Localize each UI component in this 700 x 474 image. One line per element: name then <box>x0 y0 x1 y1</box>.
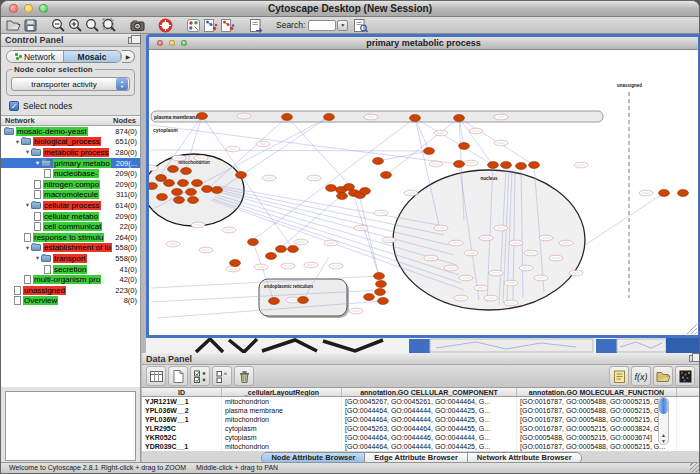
gene-node[interactable] <box>516 163 527 170</box>
gene-node[interactable] <box>276 246 287 253</box>
gene-label-node[interactable] <box>569 270 583 276</box>
layout-blue-icon[interactable] <box>202 18 219 33</box>
gene-node[interactable] <box>266 253 277 260</box>
disclosure-triangle-icon[interactable]: ▼ <box>24 245 31 251</box>
gene-label-node[interactable] <box>504 280 518 286</box>
gene-node[interactable] <box>236 172 247 179</box>
tree-row[interactable]: response to stimulu264(0) <box>1 232 140 243</box>
tree-row[interactable]: ▼biological_process651(0) <box>1 137 140 148</box>
search-input[interactable] <box>308 20 336 31</box>
minimize-button[interactable] <box>24 4 33 13</box>
open-session-icon[interactable] <box>5 18 22 33</box>
tree-row[interactable]: ▼metabolic process280(0) <box>1 147 140 158</box>
tree-row[interactable]: secretion41(0) <box>1 264 140 275</box>
zoom-button[interactable] <box>39 4 48 13</box>
gene-node[interactable] <box>459 143 470 150</box>
table-row[interactable]: YDR039C__1mitochondrion[GO:0044464, GO:0… <box>142 442 700 451</box>
gene-label-node[interactable] <box>281 263 295 269</box>
birdseye-view[interactable] <box>5 391 136 461</box>
table-scrollbar[interactable]: ▲▼ <box>658 397 669 445</box>
tree-row[interactable]: cellular metabo209(0) <box>1 211 140 222</box>
gene-node[interactable] <box>164 180 175 187</box>
gene-label-node[interactable] <box>172 155 186 161</box>
gene-node[interactable] <box>529 162 540 169</box>
gene-label-node[interactable] <box>364 114 378 120</box>
gene-node[interactable] <box>269 298 280 305</box>
gene-node[interactable] <box>212 187 223 194</box>
gene-label-node[interactable] <box>639 190 653 196</box>
gene-node[interactable] <box>288 246 299 253</box>
close-icon[interactable] <box>157 40 163 46</box>
gene-node[interactable] <box>181 168 192 175</box>
disclosure-triangle-icon[interactable]: ▼ <box>14 139 21 145</box>
tree-row[interactable]: multi-organism pro42(0) <box>1 274 140 285</box>
zoom-fit-icon[interactable] <box>84 18 101 33</box>
export-icon[interactable] <box>247 18 264 33</box>
network-canvas[interactable]: plasma membranecytoplasmnucleusmitochond… <box>149 50 698 335</box>
gene-label-node[interactable] <box>484 295 498 301</box>
gene-label-node[interactable] <box>549 255 563 261</box>
gene-node[interactable] <box>364 294 375 301</box>
gene-label-node[interactable] <box>524 250 538 256</box>
gene-label-node[interactable] <box>504 300 518 306</box>
gene-node[interactable] <box>424 148 435 155</box>
gene-label-node[interactable] <box>459 275 473 281</box>
gene-label-node[interactable] <box>329 263 343 269</box>
gene-node[interactable] <box>501 162 512 169</box>
select-nodes-checkbox[interactable]: ✓ <box>9 101 19 111</box>
gene-label-node[interactable] <box>444 265 458 271</box>
save-session-icon[interactable] <box>22 18 39 33</box>
gene-label-node[interactable] <box>149 165 158 171</box>
vizmapper-icon[interactable] <box>185 18 202 33</box>
gene-label-node[interactable] <box>199 247 213 253</box>
gene-label-node[interactable] <box>226 266 240 272</box>
gene-node[interactable] <box>381 172 392 179</box>
gene-label-node[interactable] <box>574 162 588 168</box>
background-window-corner[interactable] <box>409 339 430 353</box>
gene-label-node[interactable] <box>191 222 205 228</box>
scrollbar-arrows[interactable]: ▲▼ <box>659 432 668 444</box>
gene-node[interactable] <box>202 186 213 193</box>
gene-label-node[interactable] <box>494 225 508 231</box>
gene-label-node[interactable] <box>519 265 533 271</box>
zoom-in-icon[interactable] <box>67 18 84 33</box>
annotation-note-icon[interactable] <box>609 366 629 386</box>
gene-node[interactable] <box>378 298 389 305</box>
gene-label-node[interactable] <box>349 308 363 314</box>
gene-node[interactable] <box>230 260 241 267</box>
snapshot-icon[interactable] <box>129 18 146 33</box>
gene-label-node[interactable] <box>166 241 180 247</box>
float-panel-icon[interactable] <box>128 37 136 44</box>
gene-node[interactable] <box>659 190 670 197</box>
resize-grip[interactable] <box>690 462 700 472</box>
search-options-icon[interactable] <box>352 18 369 33</box>
gene-node[interactable] <box>454 161 465 168</box>
function-builder-icon[interactable]: f(x) <box>631 366 651 386</box>
table-row[interactable]: YJR121W__1mitochondrion[GO:0045267, GO:0… <box>142 397 700 406</box>
tree-row[interactable]: mosaic-demo-yeast874(0) <box>1 126 140 137</box>
tree-row[interactable]: unassigned223(0) <box>1 285 140 296</box>
column-header[interactable]: annotation.GO CELLULAR_COMPONENT <box>342 388 517 396</box>
unselect-attributes-icon[interactable] <box>212 366 232 386</box>
gene-label-node[interactable] <box>354 225 368 231</box>
gene-label-node[interactable] <box>194 155 208 161</box>
import-attributes-icon[interactable] <box>653 366 673 386</box>
gene-node[interactable] <box>375 289 386 296</box>
gene-node[interactable] <box>454 115 465 122</box>
disclosure-triangle-icon[interactable]: ▼ <box>34 255 41 261</box>
gene-label-node[interactable] <box>434 130 448 136</box>
background-window-corner[interactable] <box>596 339 617 353</box>
tree-row[interactable]: ▼transport558(0) <box>1 253 140 264</box>
gene-label-node[interactable] <box>237 113 251 119</box>
gene-node[interactable] <box>197 113 208 120</box>
tree-row[interactable]: macromolecule311(0) <box>1 190 140 201</box>
gene-node[interactable] <box>488 162 499 169</box>
gene-node[interactable] <box>186 189 197 196</box>
gene-node[interactable] <box>410 115 421 122</box>
gene-node[interactable] <box>678 190 689 197</box>
gene-node[interactable] <box>374 273 385 280</box>
gene-label-node[interactable] <box>226 146 240 152</box>
gene-label-node[interactable] <box>509 240 523 246</box>
network-window-titlebar[interactable]: primary metabolic process <box>149 37 698 50</box>
tab-overflow-button[interactable]: ▶ <box>122 50 135 63</box>
